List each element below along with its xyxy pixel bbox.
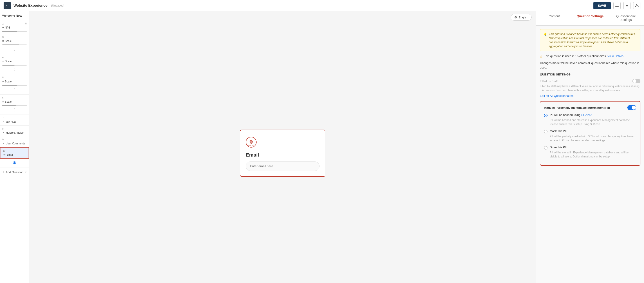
add-item-area: ⊕ xyxy=(0,159,29,167)
sidebar-item-num: 4 xyxy=(2,56,4,59)
sidebar-item-num: 3 xyxy=(2,36,4,38)
sidebar-item-num: 5 xyxy=(2,76,4,79)
sidebar-item-scale-5[interactable]: 5 ≡ Scale ·· xyxy=(0,74,29,95)
svg-rect-2 xyxy=(616,7,618,7)
email-card: A·ONE·Demo Email xyxy=(240,130,325,177)
scale-icon: ≡ xyxy=(2,59,4,63)
sidebar-item-multiple-answer[interactable]: 8 ✓ Multiple Answer xyxy=(0,126,29,136)
sha256-label: PII will be hashed using SHA256 xyxy=(550,113,592,117)
clone-info-box: 💡 This question is cloned because it is … xyxy=(540,29,640,51)
sidebar-item-user-comments[interactable]: 9 ✓ User Comments xyxy=(0,136,29,147)
divider-dots: ·· xyxy=(2,46,27,52)
sha256-radio[interactable] xyxy=(544,114,548,117)
language-button[interactable]: ⚙ English xyxy=(511,14,532,21)
sidebar-item-scale-4[interactable]: 4 ≡ Scale ·· xyxy=(0,54,29,74)
sidebar-item-label-text: Scale xyxy=(5,80,12,83)
filled-by-staff-desc: Filled by staff may have a different val… xyxy=(540,84,640,92)
email-preview-area: A·ONE·Demo Email xyxy=(29,23,536,283)
warning-text: This question is used in 15 other questi… xyxy=(544,54,624,58)
main-layout: Welcome Note 2 ⊞ ≡ NPS 3 ≡ Scale xyxy=(0,11,644,283)
pii-option-mask: Mask this PII PII will be partially mask… xyxy=(544,129,636,142)
card-title: Email xyxy=(246,152,320,158)
sidebar-item-label-text: User Comments xyxy=(6,142,25,145)
sidebar-welcome-note: Welcome Note xyxy=(0,11,29,20)
info-text: This question is cloned because it is sh… xyxy=(549,32,637,48)
sidebar-item-num: 8 xyxy=(2,127,4,130)
view-details-link[interactable]: View Details xyxy=(608,54,624,58)
sidebar-item-bar xyxy=(2,44,27,45)
divider-dots: ·· xyxy=(2,87,27,92)
sha256-link[interactable]: SHA256 xyxy=(581,113,592,117)
store-radio[interactable] xyxy=(544,146,548,150)
sidebar-item-nps[interactable]: 2 ⊞ ≡ NPS xyxy=(0,20,29,34)
svg-point-3 xyxy=(636,4,637,5)
divider-dots: ·· xyxy=(2,107,27,113)
store-label: Store this PII xyxy=(550,146,566,149)
sidebar-item-email[interactable]: 10 @ Email xyxy=(0,147,29,159)
pii-option-sha256: PII will be hashed using SHA256 PII will… xyxy=(544,113,636,126)
sidebar-item-num: 6 xyxy=(2,96,4,99)
pii-toggle[interactable] xyxy=(627,105,636,110)
card-logo-area: A·ONE·Demo xyxy=(246,137,320,148)
right-panel-tabs: Content Question Settings Questionnaire … xyxy=(536,11,644,26)
tab-content[interactable]: Content xyxy=(536,11,572,25)
add-question-label: Add Question xyxy=(6,170,24,174)
sidebar-item-bar xyxy=(2,31,27,32)
sidebar-item-bar xyxy=(2,85,27,86)
email-input[interactable] xyxy=(246,162,320,171)
tab-questionnaire-settings[interactable]: Questionnaire Settings xyxy=(608,11,644,25)
edit-all-questionnaires-link[interactable]: Edit for All Questionnaires xyxy=(540,94,640,97)
sidebar-item-num: 9 xyxy=(2,138,4,141)
chevron-down-icon: ▾ xyxy=(25,170,27,174)
sidebar-item-label-text: Scale xyxy=(5,60,12,63)
comments-icon: ✓ xyxy=(2,142,5,145)
menu-icon-button[interactable]: ≡ xyxy=(623,2,630,9)
mask-radio[interactable] xyxy=(544,130,548,133)
warning-icon: ⚠ xyxy=(540,55,542,58)
email-icon: @ xyxy=(3,153,6,156)
mask-label: Mask this PII xyxy=(550,129,566,133)
sidebar-item-bar xyxy=(2,105,27,106)
svg-line-6 xyxy=(636,5,637,6)
pii-option-store: Store this PII PII will be stored in Exp… xyxy=(544,146,636,159)
sidebar-item-label-text: Email xyxy=(6,153,13,156)
filled-by-staff-toggle[interactable] xyxy=(632,79,640,83)
svg-rect-1 xyxy=(616,6,618,7)
sidebar-item-num: 7 xyxy=(2,117,4,119)
app-header: ← Website Experience (Unsaved) SAVE ≡ xyxy=(0,0,644,11)
divider-dots: ·· xyxy=(2,66,27,72)
scale-icon: ≡ xyxy=(2,100,4,103)
add-item-button[interactable]: ⊕ xyxy=(12,160,16,165)
save-button[interactable]: SAVE xyxy=(594,2,611,9)
tree-icon-button[interactable] xyxy=(633,2,640,9)
sidebar-item-label-text: NPS xyxy=(5,26,10,29)
svg-rect-0 xyxy=(615,4,619,6)
hamburger-icon: ≡ xyxy=(626,3,628,8)
sidebar-item-scale-3[interactable]: 3 ≡ Scale ·· xyxy=(0,34,29,54)
add-icon: + xyxy=(2,170,4,174)
sidebar-item-label-text: Scale xyxy=(5,100,12,103)
right-panel: Content Question Settings Questionnaire … xyxy=(536,11,644,283)
question-settings-title: QUESTION SETTINGS xyxy=(540,73,640,76)
sidebar-item-scale-6[interactable]: 6 ≡ Scale ·· xyxy=(0,95,29,115)
page-title: Website Experience xyxy=(14,3,48,8)
filled-by-staff-row: Filled by Staff xyxy=(540,79,640,83)
tab-question-settings[interactable]: Question Settings xyxy=(572,11,608,25)
sidebar-item-yes-no[interactable]: 7 ✓ Yes / No xyxy=(0,115,29,126)
pii-box: Mark as Personally Identifiable Informat… xyxy=(540,101,640,166)
yesno-icon: ✓ xyxy=(2,120,5,124)
sidebar-item-label-text: Yes / No xyxy=(6,120,16,124)
unsaved-label: (Unsaved) xyxy=(51,4,64,7)
scale-icon: ≡ xyxy=(2,39,4,43)
sidebar-item-label-text: Multiple Answer xyxy=(6,131,24,134)
back-button[interactable]: ← xyxy=(4,2,11,9)
svg-point-4 xyxy=(635,6,636,7)
pii-header: Mark as Personally Identifiable Informat… xyxy=(544,105,636,110)
info-icon: 💡 xyxy=(543,32,547,48)
sidebar-item-num: 2 xyxy=(2,22,4,25)
add-question-button[interactable]: + Add Question ▾ xyxy=(0,168,29,176)
sidebar: Welcome Note 2 ⊞ ≡ NPS 3 ≡ Scale xyxy=(0,11,29,283)
filled-by-staff-label: Filled by Staff xyxy=(540,79,558,83)
monitor-icon-button[interactable] xyxy=(614,2,620,9)
center-toolbar: ⚙ English xyxy=(29,11,536,23)
